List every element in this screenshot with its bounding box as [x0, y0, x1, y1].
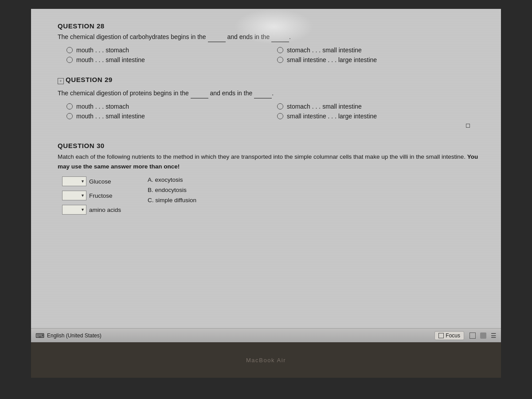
q28-option-a[interactable]: mouth . . . stomach [66, 47, 268, 54]
taskbar-icon-2 [469, 332, 476, 339]
focus-label: Focus [446, 332, 460, 339]
q29-title: QUESTION 29 [66, 76, 113, 83]
focus-button[interactable]: Focus [434, 331, 464, 340]
q29-blank2 [254, 89, 272, 98]
q28-radio-c[interactable] [66, 57, 73, 63]
move-icon: + [58, 78, 64, 84]
amino-acids-row[interactable]: ▼ amino acids [62, 205, 121, 215]
q28-text-middle: and ends in the [227, 33, 270, 40]
fructose-row[interactable]: ▼ Fructose [62, 191, 121, 200]
q29-option-a[interactable]: mouth . . . stomach [66, 103, 268, 110]
taskbar-left: ⌨ English (United States) [35, 332, 102, 339]
q29-option-a-label: mouth . . . stomach [76, 103, 129, 110]
answer-a: A. exocytosis [148, 176, 196, 183]
q29-option-d-label: small intestine . . . large intestine [287, 113, 377, 120]
q28-radio-d[interactable] [277, 57, 283, 63]
q28-radio-b[interactable] [277, 47, 283, 53]
q30-title: QUESTION 30 [58, 142, 479, 149]
q28-option-a-label: mouth . . . stomach [76, 47, 129, 54]
amino-acids-dropdown[interactable]: ▼ [62, 205, 86, 215]
q29-radio-b[interactable] [277, 103, 283, 110]
glucose-label: Glucose [89, 178, 111, 185]
dropdown-arrow-2: ▼ [81, 193, 85, 198]
taskbar-icon-3 [480, 332, 486, 339]
q28-radio-a[interactable] [66, 47, 73, 53]
q29-radio-d[interactable] [277, 113, 283, 119]
q28-option-b-label: stomach . . . small intestine [287, 47, 362, 54]
q28-text-before: The chemical digestion of carbohydrates … [58, 33, 206, 40]
q28-blank1 [208, 32, 226, 42]
amino-acids-label: amino acids [89, 207, 121, 213]
q28-option-c[interactable]: mouth . . . small intestine [66, 56, 268, 63]
question-28: QUESTION 28 The chemical digestion of ca… [58, 22, 479, 63]
dropdown-arrow-1: ▼ [81, 179, 85, 184]
q28-option-c-label: mouth . . . small intestine [76, 56, 145, 63]
q29-text-middle: and ends in the [210, 90, 254, 97]
matching-left: ▼ Glucose ▼ Fructose ▼ amino acids [62, 176, 121, 215]
question-30: QUESTION 30 Match each of the following … [58, 142, 479, 215]
q29-title-row: + QUESTION 29 [58, 76, 479, 86]
fructose-label: Fructose [89, 192, 113, 199]
q29-options: mouth . . . stomach stomach . . . small … [66, 103, 479, 120]
q30-text: Match each of the following nutrients to… [58, 152, 479, 171]
matching-area: ▼ Glucose ▼ Fructose ▼ amino acids [62, 176, 479, 215]
small-rect-artifact [466, 124, 470, 128]
taskbar: ⌨ English (United States) Focus ☰ [31, 328, 501, 342]
matching-right: A. exocytosis B. endocytosis C. simple d… [148, 176, 196, 215]
answer-b: B. endocytosis [148, 187, 196, 193]
q29-option-c-label: mouth . . . small intestine [76, 113, 145, 120]
q29-text: The chemical digestion of proteins begin… [58, 89, 479, 98]
q30-intro: Match each of the following nutrients to… [58, 153, 466, 160]
q28-title: QUESTION 28 [58, 22, 479, 30]
q28-blank2 [271, 32, 289, 42]
q29-option-d[interactable]: small intestine . . . large intestine [277, 113, 479, 120]
language-label: English (United States) [47, 332, 102, 339]
keyboard-icon: ⌨ [35, 332, 44, 339]
fructose-dropdown[interactable]: ▼ [62, 191, 86, 200]
q29-text-before: The chemical digestion of proteins begin… [58, 90, 189, 97]
focus-icon [438, 333, 444, 338]
q29-blank1 [191, 89, 208, 98]
q28-options: mouth . . . stomach stomach . . . small … [66, 47, 479, 63]
q29-radio-c[interactable] [66, 113, 73, 119]
q29-radio-a[interactable] [66, 103, 73, 110]
dropdown-arrow-3: ▼ [81, 207, 85, 212]
answer-c: C. simple diffusion [148, 197, 196, 203]
question-29: + QUESTION 29 The chemical digestion of … [58, 76, 479, 129]
q28-option-b[interactable]: stomach . . . small intestine [277, 47, 479, 54]
glucose-dropdown[interactable]: ▼ [62, 176, 86, 186]
glucose-row[interactable]: ▼ Glucose [62, 176, 121, 186]
q28-option-d[interactable]: small intestine . . . large intestine [277, 56, 479, 63]
taskbar-right: Focus ☰ [434, 331, 497, 340]
laptop-base: MacBook Air [31, 342, 501, 378]
q28-text: The chemical digestion of carbohydrates … [58, 32, 479, 42]
q29-option-c[interactable]: mouth . . . small intestine [66, 113, 268, 120]
laptop-brand: MacBook Air [246, 357, 286, 364]
q28-option-d-label: small intestine . . . large intestine [287, 56, 377, 63]
taskbar-icon-4: ☰ [491, 332, 497, 339]
q29-option-b[interactable]: stomach . . . small intestine [277, 103, 479, 110]
q29-option-b-label: stomach . . . small intestine [287, 103, 362, 110]
